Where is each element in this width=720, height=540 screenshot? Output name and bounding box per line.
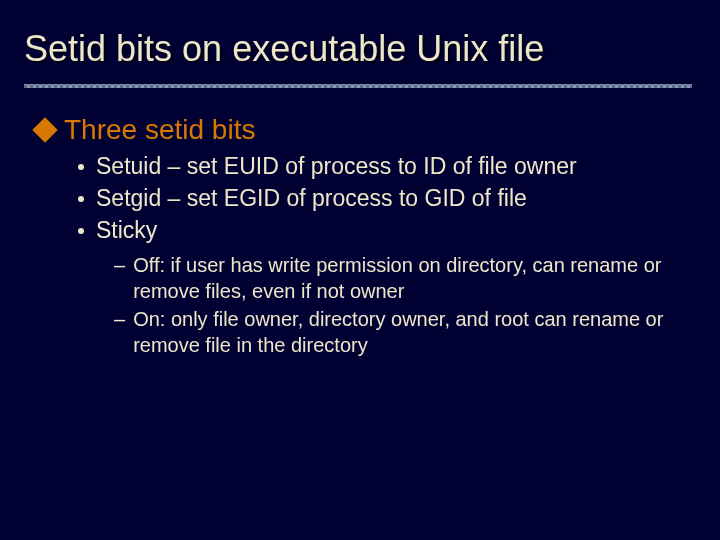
diamond-icon — [32, 117, 57, 142]
svg-rect-1 — [24, 84, 692, 88]
section-heading: Three setid bits — [36, 114, 696, 146]
sub-list: – Off: if user has write permission on d… — [114, 252, 696, 358]
slide: Setid bits on executable Unix file Three… — [0, 0, 720, 540]
list-item: – Off: if user has write permission on d… — [114, 252, 696, 304]
dash-icon: – — [114, 306, 125, 332]
bullet-icon — [78, 228, 84, 234]
list-item: – On: only file owner, directory owner, … — [114, 306, 696, 358]
bullet-list: Setuid – set EUID of process to ID of fi… — [78, 152, 696, 246]
bullet-text: Setgid – set EGID of process to GID of f… — [96, 184, 527, 214]
divider-line — [24, 82, 692, 92]
list-item: Setuid – set EUID of process to ID of fi… — [78, 152, 696, 182]
sub-text: Off: if user has write permission on dir… — [133, 252, 673, 304]
bullet-icon — [78, 164, 84, 170]
sub-text: On: only file owner, directory owner, an… — [133, 306, 673, 358]
list-item: Setgid – set EGID of process to GID of f… — [78, 184, 696, 214]
list-item: Sticky — [78, 216, 696, 246]
bullet-icon — [78, 196, 84, 202]
dash-icon: – — [114, 252, 125, 278]
page-title: Setid bits on executable Unix file — [24, 28, 696, 70]
section-heading-text: Three setid bits — [64, 114, 255, 146]
bullet-text: Setuid – set EUID of process to ID of fi… — [96, 152, 577, 182]
bullet-text: Sticky — [96, 216, 157, 246]
